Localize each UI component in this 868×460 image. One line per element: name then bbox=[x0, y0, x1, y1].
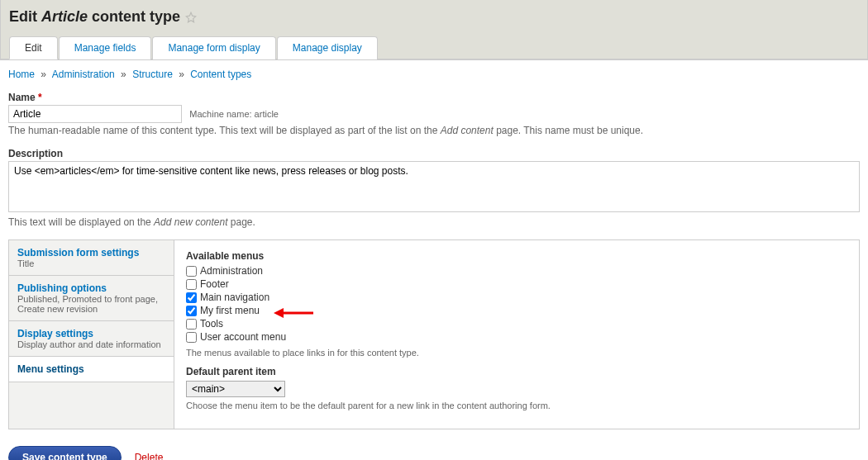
available-menus-heading: Available menus bbox=[186, 250, 847, 262]
menu-checkbox-row: Main navigation bbox=[186, 292, 847, 303]
menu-checkbox-row: My first menu bbox=[186, 305, 847, 316]
vtab-spacer bbox=[9, 382, 174, 415]
menu-checkbox-row: Administration bbox=[186, 265, 847, 277]
menu-checkbox-row: Footer bbox=[186, 278, 847, 290]
menu-settings-panel: Available menus AdministrationFooterMain… bbox=[174, 240, 859, 429]
available-menus-help: The menus available to place links in fo… bbox=[186, 348, 847, 358]
menu-checkbox-row: User account menu bbox=[186, 331, 847, 343]
vertical-tabs-nav: Submission form settings Title Publishin… bbox=[9, 240, 174, 429]
tab-edit[interactable]: Edit bbox=[9, 36, 58, 59]
description-textarea[interactable]: Use <em>articles</em> for time-sensitive… bbox=[8, 161, 860, 212]
breadcrumb-admin[interactable]: Administration bbox=[52, 69, 115, 80]
save-button[interactable]: Save content type bbox=[8, 446, 122, 460]
menu-checkbox[interactable] bbox=[186, 306, 197, 316]
vtab-menu[interactable]: Menu settings bbox=[9, 357, 174, 382]
vertical-tabs: Submission form settings Title Publishin… bbox=[8, 239, 860, 429]
header-bar: Edit Article content type Edit Manage fi… bbox=[0, 0, 868, 59]
menu-checkbox-label: User account menu bbox=[200, 331, 286, 343]
tab-manage-display[interactable]: Manage display bbox=[277, 36, 378, 59]
menu-checkbox[interactable] bbox=[186, 279, 197, 290]
breadcrumb-structure[interactable]: Structure bbox=[132, 69, 173, 80]
default-parent-select[interactable]: <main> bbox=[186, 381, 285, 397]
menu-checkbox-label: Main navigation bbox=[200, 292, 269, 303]
name-form-item: Name * Machine name: article The human-r… bbox=[8, 92, 860, 136]
menu-checkbox-label: My first menu bbox=[200, 305, 260, 316]
menu-checkbox[interactable] bbox=[186, 292, 197, 303]
delete-link[interactable]: Delete bbox=[135, 452, 164, 460]
description-form-item: Description Use <em>articles</em> for ti… bbox=[8, 148, 860, 228]
description-helptext: This text will be displayed on the Add n… bbox=[8, 216, 860, 228]
breadcrumb-content-types[interactable]: Content types bbox=[190, 69, 251, 80]
primary-tabs: Edit Manage fields Manage form display M… bbox=[9, 36, 859, 59]
menu-checkbox[interactable] bbox=[186, 332, 197, 343]
machine-name: Machine name: article bbox=[189, 109, 279, 119]
name-helptext: The human-readable name of this content … bbox=[8, 125, 860, 136]
default-parent-heading: Default parent item bbox=[186, 366, 847, 377]
vtab-submission[interactable]: Submission form settings Title bbox=[9, 240, 174, 276]
menu-checkbox-row: Tools bbox=[186, 318, 847, 330]
menu-checkbox[interactable] bbox=[186, 319, 197, 330]
vtab-display[interactable]: Display settings Display author and date… bbox=[9, 321, 174, 357]
content-area: Home » Administration » Structure » Cont… bbox=[0, 59, 868, 438]
form-actions: Save content type Delete bbox=[0, 438, 868, 460]
description-label: Description bbox=[8, 148, 860, 159]
menu-checkbox[interactable] bbox=[186, 266, 197, 277]
page-title-text: Edit Article content type bbox=[9, 8, 180, 26]
breadcrumb: Home » Administration » Structure » Cont… bbox=[8, 69, 860, 80]
menu-checkbox-label: Administration bbox=[200, 265, 263, 277]
page-title: Edit Article content type bbox=[9, 8, 859, 26]
breadcrumb-home[interactable]: Home bbox=[8, 69, 35, 80]
required-mark: * bbox=[38, 92, 42, 103]
tab-manage-fields[interactable]: Manage fields bbox=[59, 36, 152, 59]
default-parent-help: Choose the menu item to be the default p… bbox=[186, 401, 847, 410]
name-input[interactable] bbox=[8, 105, 182, 123]
vtab-publishing[interactable]: Publishing options Published, Promoted t… bbox=[9, 276, 174, 321]
menu-checkbox-label: Footer bbox=[200, 278, 229, 290]
tab-manage-form-display[interactable]: Manage form display bbox=[152, 36, 275, 59]
name-label: Name * bbox=[8, 92, 860, 103]
menu-checkbox-label: Tools bbox=[200, 318, 223, 330]
star-icon[interactable] bbox=[185, 12, 197, 23]
